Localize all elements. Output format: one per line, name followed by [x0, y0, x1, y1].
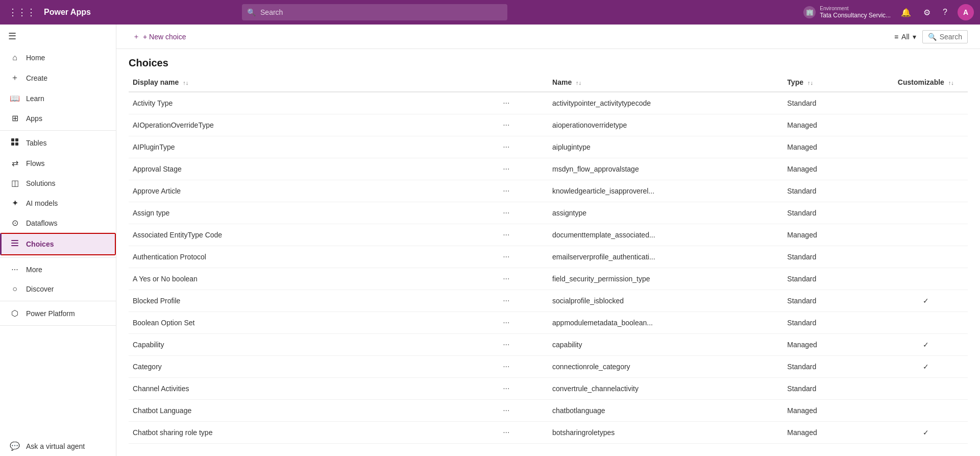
row-options-button[interactable]: ···: [500, 361, 512, 372]
cell-dots[interactable]: ···: [464, 290, 548, 312]
sidebar-divider-4: [0, 325, 116, 326]
sidebar-item-solutions[interactable]: ◫ Solutions: [0, 173, 116, 193]
cell-dots[interactable]: ···: [464, 312, 548, 334]
row-options-button[interactable]: ···: [500, 98, 512, 109]
column-header-name[interactable]: Name ↑↓: [548, 73, 783, 92]
environment-selector[interactable]: 🏢 Environment Tata Consultancy Servic...: [803, 6, 891, 19]
row-options-button[interactable]: ···: [500, 339, 512, 350]
column-header-display-name[interactable]: Display name ↑↓: [129, 73, 464, 92]
cell-dots[interactable]: ···: [464, 422, 548, 444]
sidebar-item-tables[interactable]: Tables: [0, 133, 116, 153]
new-choice-label: + New choice: [143, 33, 186, 41]
row-options-button[interactable]: ···: [500, 405, 512, 416]
row-options-button[interactable]: ···: [500, 119, 512, 131]
row-options-button[interactable]: ···: [500, 273, 512, 284]
help-button[interactable]: ?: [941, 6, 949, 19]
cell-dots[interactable]: ···: [464, 224, 548, 246]
cell-dots[interactable]: ···: [464, 92, 548, 114]
cell-display-name: Associated EntityType Code: [129, 224, 464, 246]
sidebar-item-home[interactable]: ⌂ Home: [0, 48, 116, 67]
cell-dots[interactable]: ···: [464, 180, 548, 202]
row-options-button[interactable]: ···: [500, 295, 512, 306]
row-options-button[interactable]: ···: [500, 163, 512, 175]
cell-type: Managed: [783, 422, 884, 444]
cell-type: Standard: [783, 290, 884, 312]
cell-name: emailserverprofile_authenticati...: [548, 246, 783, 268]
cell-display-name: Chatbot Language: [129, 400, 464, 422]
cell-display-name: Assign type: [129, 202, 464, 224]
table-row: Chatbot sharing role type ··· botsharing…: [129, 422, 968, 444]
cell-customizable: [884, 378, 968, 400]
cell-dots[interactable]: ···: [464, 158, 548, 180]
row-options-button[interactable]: ···: [500, 207, 512, 219]
column-header-dots: [464, 73, 548, 92]
global-search-input[interactable]: [242, 4, 507, 20]
column-header-customizable[interactable]: Customizable ↑↓: [884, 73, 968, 92]
new-choice-button[interactable]: ＋ + New choice: [129, 30, 190, 43]
row-options-button[interactable]: ···: [500, 229, 512, 241]
cell-dots[interactable]: ···: [464, 136, 548, 158]
checkmark-icon: ✓: [923, 297, 929, 305]
sidebar-item-ask-virtual-agent[interactable]: 💬 Ask a virtual agent: [0, 436, 116, 456]
cell-type: Managed: [783, 400, 884, 422]
cell-dots[interactable]: ···: [464, 334, 548, 356]
sidebar-item-dataflows[interactable]: ⊙ Dataflows: [0, 213, 116, 233]
row-options-button[interactable]: ···: [500, 251, 512, 262]
cell-dots[interactable]: ···: [464, 268, 548, 290]
table-row: Activity Type ··· activitypointer_activi…: [129, 92, 968, 114]
sidebar-item-flows[interactable]: ⇄ Flows: [0, 153, 116, 173]
cell-dots[interactable]: ···: [464, 400, 548, 422]
settings-button[interactable]: ⚙: [921, 6, 933, 19]
cell-dots[interactable]: ···: [464, 378, 548, 400]
column-header-type[interactable]: Type ↑↓: [783, 73, 884, 92]
cell-dots[interactable]: ···: [464, 114, 548, 136]
cell-name: assigntype: [548, 202, 783, 224]
tables-icon: [10, 138, 20, 148]
sidebar-item-power-platform[interactable]: ⬡ Power Platform: [0, 303, 116, 323]
cell-type: Managed: [783, 114, 884, 136]
cell-dots[interactable]: ···: [464, 246, 548, 268]
cell-type: Managed: [783, 224, 884, 246]
svg-rect-3: [15, 142, 18, 146]
notifications-button[interactable]: 🔔: [899, 6, 913, 19]
table-row: Chatbot Language ··· chatbotlanguage Man…: [129, 400, 968, 422]
checkmark-icon: ✓: [923, 428, 929, 437]
waffle-icon[interactable]: ⋮⋮⋮: [6, 5, 38, 20]
row-options-button[interactable]: ···: [500, 427, 512, 438]
sidebar-item-ai-models[interactable]: ✦ AI models: [0, 193, 116, 213]
chevron-down-icon: ▾: [913, 33, 916, 41]
cell-name: capability: [548, 334, 783, 356]
filter-button[interactable]: ≡ All ▾: [894, 33, 916, 41]
row-options-button[interactable]: ···: [500, 383, 512, 394]
row-options-button[interactable]: ···: [500, 317, 512, 328]
sidebar-item-apps[interactable]: ⊞ Apps: [0, 108, 116, 128]
more-icon: ···: [10, 265, 20, 274]
table-row: AIOperationOverrideType ··· aioperationo…: [129, 114, 968, 136]
sidebar-item-discover[interactable]: ○ Discover: [0, 279, 116, 299]
row-options-button[interactable]: ···: [500, 141, 512, 153]
app-logo: Power Apps: [44, 8, 91, 17]
row-options-button[interactable]: ···: [500, 185, 512, 197]
cell-customizable: ✓: [884, 290, 968, 312]
cell-customizable: [884, 268, 968, 290]
page-title-area: Choices: [116, 49, 980, 73]
sidebar-item-create[interactable]: ＋ Create: [0, 67, 116, 88]
cell-name: botsharingroletypes: [548, 422, 783, 444]
sidebar-collapse-button[interactable]: ☰: [0, 25, 116, 48]
table-search-box[interactable]: 🔍 Search: [922, 30, 968, 43]
cell-customizable: [884, 224, 968, 246]
filter-icon: ≡: [894, 33, 898, 41]
sidebar-item-label: Learn: [26, 94, 44, 103]
cell-dots[interactable]: ···: [464, 356, 548, 378]
cell-customizable: [884, 312, 968, 334]
cell-dots[interactable]: ···: [464, 202, 548, 224]
topbar: ⋮⋮⋮ Power Apps 🔍 🏢 Environment Tata Cons…: [0, 0, 980, 25]
sidebar-item-learn[interactable]: 📖 Learn: [0, 88, 116, 108]
learn-icon: 📖: [10, 93, 20, 103]
cell-type: Standard: [783, 246, 884, 268]
discover-icon: ○: [10, 284, 20, 294]
sidebar-item-more[interactable]: ··· More: [0, 260, 116, 279]
sidebar-item-label: AI models: [26, 199, 58, 207]
sidebar-item-choices[interactable]: Choices: [0, 233, 116, 255]
avatar[interactable]: A: [958, 4, 974, 20]
